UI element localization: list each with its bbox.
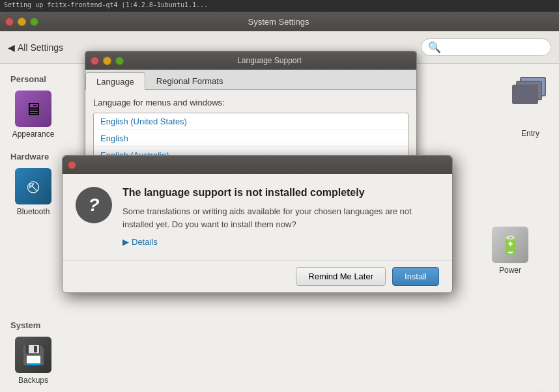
lang-dialog-titlebar: Language Support [85,51,416,70]
entry-icon-layer3 [512,85,538,104]
system-section: System 💾 Backups [10,320,549,385]
alert-title: The language support is not installed co… [122,187,439,199]
alert-question-icon: ? [76,187,112,223]
close-btn[interactable] [5,18,14,26]
lang-section-label: Language for menus and windows: [93,98,408,107]
power-item[interactable]: 🔋 Power [487,227,533,275]
bluetooth-icon: ⎋ [27,175,39,197]
lang-dialog-minimize[interactable] [103,57,111,65]
maximize-btn[interactable] [30,18,38,26]
alert-message: Some translations or writing aids availa… [122,205,439,231]
minimize-btn[interactable] [18,18,26,26]
window-titlebar: System Settings [0,12,559,31]
details-arrow: ▶ [122,237,129,247]
power-icon-box: 🔋 [492,227,528,263]
lang-item-1[interactable]: English [94,130,408,147]
details-label: Details [132,237,158,247]
terminal-text: Setting up fcitx-frontend-qt4 (1:4.2.8-1… [4,1,208,8]
all-settings-label: All Settings [18,42,63,53]
lang-item-0[interactable]: English (United States) [94,113,408,130]
back-icon: ◀ [8,42,15,53]
backups-icon-box: 💾 [15,337,51,373]
backups-icon: 💾 [22,344,45,366]
tab-regional[interactable]: Regional Formats [145,72,235,89]
search-box[interactable]: 🔍 [421,38,551,56]
alert-footer: Remind Me Later Install [63,260,452,292]
entry-icon-box [512,74,549,111]
lang-dialog-maximize[interactable] [115,57,124,65]
remind-later-button[interactable]: Remind Me Later [296,267,386,286]
alert-close-icon[interactable] [68,161,76,169]
backups-item[interactable]: 💾 Backups [10,337,56,385]
alert-titlebar [63,156,452,174]
details-link[interactable]: ▶ Details [122,237,439,247]
system-icons-row: 💾 Backups [10,337,549,385]
install-button[interactable]: Install [392,267,439,286]
power-label: Power [499,266,521,275]
window-title: System Settings [42,17,515,27]
entry-label: Entry [521,129,539,138]
appearance-item[interactable]: 🖥 Appearance [10,91,56,139]
alert-body: ? The language support is not installed … [63,174,452,260]
all-settings-button[interactable]: ◀ All Settings [8,42,63,53]
power-icon: 🔋 [499,234,522,256]
entry-area[interactable]: Entry [512,74,549,138]
monitor-icon: 🖥 [24,98,42,120]
search-input[interactable] [441,42,544,52]
backups-label: Backups [18,376,48,385]
lang-dialog-close[interactable] [91,57,99,65]
tabs-row: Language Regional Formats [85,70,416,90]
terminal-bar: Setting up fcitx-frontend-qt4 (1:4.2.8-1… [0,0,559,12]
appearance-label: Appearance [12,130,55,139]
appearance-icon-box: 🖥 [15,91,51,127]
lang-dialog-title: Language Support [128,56,411,65]
watermark: sun.net/leijieZhang [494,388,559,392]
alert-text-area: The language support is not installed co… [122,187,439,247]
bluetooth-item[interactable]: ⎋ Bluetooth [10,168,56,216]
bluetooth-icon-box: ⎋ [15,168,51,204]
system-section-label: System [10,320,549,330]
bluetooth-label: Bluetooth [17,207,50,216]
system-settings-window: System Settings ◀ All Settings 🔍 Persona… [0,12,559,392]
alert-dialog: ? The language support is not installed … [62,155,453,293]
tab-language[interactable]: Language [85,72,145,90]
search-icon: 🔍 [428,41,441,53]
